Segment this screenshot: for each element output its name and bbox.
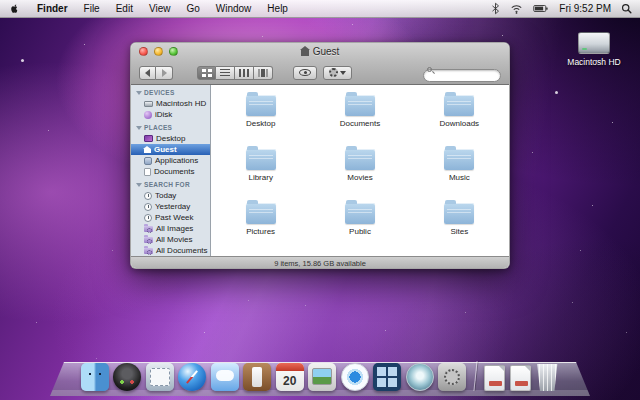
folder-icon [345, 149, 375, 170]
folder-icon [444, 149, 474, 170]
trash-dock-icon[interactable] [535, 364, 559, 391]
back-button[interactable] [139, 66, 156, 80]
folder-item-sites[interactable]: Sites [410, 199, 509, 253]
column-view-button[interactable] [235, 66, 254, 80]
sidebar-item-macintosh-hd[interactable]: Macintosh HD [131, 98, 210, 109]
sidebar-item-label: All Images [156, 224, 193, 233]
sidebar-item-today[interactable]: Today [131, 190, 210, 201]
sidebar-item-idisk[interactable]: iDisk [131, 109, 210, 120]
sidebar-item-guest[interactable]: Guest [131, 144, 210, 155]
folder-label: Desktop [246, 119, 275, 128]
smart-folder-icon [144, 248, 153, 254]
folder-label: Pictures [246, 227, 275, 236]
menu-item-edit[interactable]: Edit [108, 0, 141, 18]
preview-dock-icon[interactable] [308, 363, 336, 391]
address-book-dock-icon[interactable] [243, 363, 271, 391]
ical-dock-icon[interactable]: 20 [276, 363, 304, 391]
folder-label: Music [449, 173, 470, 182]
home-icon [144, 149, 151, 153]
sidebar-item-label: Macintosh HD [156, 99, 206, 108]
time-machine-dock-icon[interactable] [406, 363, 434, 391]
sidebar-item-desktop[interactable]: Desktop [131, 133, 210, 144]
window-chrome[interactable]: Guest [131, 43, 509, 85]
folder-item-desktop[interactable]: Desktop [211, 91, 310, 145]
finder-dock-icon[interactable] [81, 363, 109, 391]
sidebar-section-search-for[interactable]: SEARCH FOR [131, 180, 210, 190]
zoom-button[interactable] [169, 47, 178, 56]
icon-view-button[interactable] [197, 66, 216, 80]
action-menu-button[interactable] [323, 66, 352, 80]
title-bar[interactable]: Guest [131, 43, 509, 60]
minimize-button[interactable] [154, 47, 163, 56]
battery-menu-extra[interactable] [528, 4, 553, 13]
sidebar-item-past-week[interactable]: Past Week [131, 212, 210, 223]
clock-icon [144, 214, 152, 222]
menu-item-go[interactable]: Go [178, 0, 207, 18]
battery-icon [533, 4, 548, 13]
airport-menu-extra[interactable] [505, 3, 528, 14]
folder-item-downloads[interactable]: Downloads [410, 91, 509, 145]
spotlight-menu[interactable] [617, 3, 640, 14]
folder-item-library[interactable]: Library [211, 145, 310, 199]
wifi-icon [510, 3, 523, 14]
bluetooth-menu-extra[interactable] [486, 2, 505, 15]
coverflow-view-icon [258, 69, 268, 77]
quick-look-button[interactable] [293, 66, 317, 80]
window-title-text: Guest [313, 46, 340, 57]
sidebar-item-all-movies[interactable]: All Movies [131, 234, 210, 245]
desktop-wallpaper: Finder File Edit View Go Window Help [0, 0, 640, 400]
apple-menu[interactable] [0, 2, 29, 15]
forward-button[interactable] [156, 66, 173, 80]
dock-separator [473, 361, 477, 391]
sidebar-section-devices[interactable]: DEVICES [131, 88, 210, 98]
coverflow-view-button[interactable] [254, 66, 273, 80]
folder-label: Sites [450, 227, 468, 236]
folder-label: Public [349, 227, 371, 236]
menu-item-help[interactable]: Help [259, 0, 296, 18]
sidebar-item-label: Desktop [156, 134, 185, 143]
folder-item-movies[interactable]: Movies [310, 145, 409, 199]
ichat-dock-icon[interactable] [211, 363, 239, 391]
folder-item-public[interactable]: Public [310, 199, 409, 253]
folder-label: Library [248, 173, 272, 182]
status-text: 9 items, 15.86 GB available [274, 259, 366, 268]
folder-icon [444, 203, 474, 224]
list-view-button[interactable] [216, 66, 235, 80]
smart-folder-icon [144, 226, 153, 232]
folder-item-music[interactable]: Music [410, 145, 509, 199]
desktop-icon-macintosh-hd[interactable]: Macintosh HD [562, 32, 626, 67]
folder-label: Movies [347, 173, 372, 182]
menu-item-window[interactable]: Window [208, 0, 260, 18]
system-preferences-dock-icon[interactable] [438, 363, 466, 391]
close-button[interactable] [139, 47, 148, 56]
document-stack-icon[interactable] [484, 365, 505, 391]
document-stack-icon-2[interactable] [510, 365, 531, 391]
sidebar-item-label: Guest [154, 145, 177, 154]
applications-icon [144, 157, 152, 165]
sidebar-item-all-documents[interactable]: All Documents [131, 245, 210, 256]
itunes-dock-icon[interactable] [341, 363, 369, 391]
menu-item-finder[interactable]: Finder [29, 0, 76, 18]
folder-item-pictures[interactable]: Pictures [211, 199, 310, 253]
mail-dock-icon[interactable] [146, 363, 174, 391]
sidebar-item-label: iDisk [155, 110, 172, 119]
safari-dock-icon[interactable] [178, 363, 206, 391]
sidebar-item-all-images[interactable]: All Images [131, 223, 210, 234]
menu-item-file[interactable]: File [76, 0, 108, 18]
dashboard-dock-icon[interactable] [113, 363, 141, 391]
list-view-icon [220, 69, 230, 77]
document-icon [144, 168, 151, 176]
sidebar-item-yesterday[interactable]: Yesterday [131, 201, 210, 212]
eye-icon [299, 69, 311, 76]
menu-bar-clock[interactable]: Fri 9:52 PM [553, 3, 617, 14]
sidebar-section-places[interactable]: PLACES [131, 123, 210, 133]
sidebar-item-documents[interactable]: Documents [131, 166, 210, 177]
sidebar-item-applications[interactable]: Applications [131, 155, 210, 166]
desktop-icon [144, 135, 153, 142]
spaces-dock-icon[interactable] [373, 363, 401, 391]
folder-item-documents[interactable]: Documents [310, 91, 409, 145]
menu-item-view[interactable]: View [141, 0, 179, 18]
search-input[interactable] [423, 69, 501, 82]
apple-logo-icon [9, 2, 20, 15]
folder-icon [246, 203, 276, 224]
